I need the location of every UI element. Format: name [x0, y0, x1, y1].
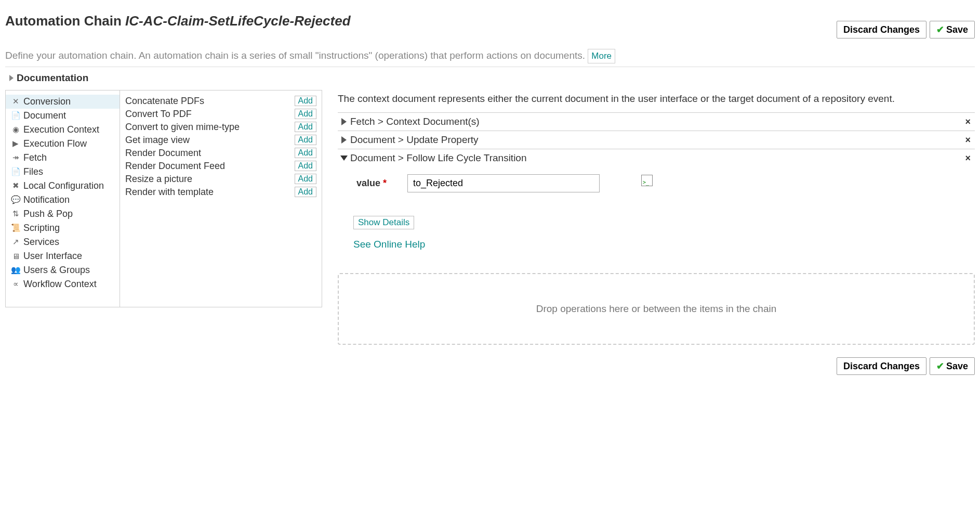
documentation-toggle[interactable]: Documentation: [9, 72, 975, 84]
category-label: Execution Context: [23, 124, 99, 135]
triangle-right-icon: [9, 75, 14, 81]
operation-row: Render DocumentAdd: [125, 147, 316, 160]
add-button[interactable]: Add: [295, 161, 316, 171]
remove-step-icon[interactable]: ×: [961, 135, 975, 146]
add-button[interactable]: Add: [295, 174, 316, 184]
drop-zone[interactable]: Drop operations here or between the item…: [338, 273, 975, 345]
operation-label[interactable]: Render Document Feed: [125, 161, 225, 172]
operation-label[interactable]: Get image view: [125, 135, 190, 146]
category-item[interactable]: 📜Scripting: [6, 221, 120, 235]
add-button[interactable]: Add: [295, 96, 316, 106]
operation-row: Convert to given mime-typeAdd: [125, 121, 316, 134]
operation-row: Resize a pictureAdd: [125, 173, 316, 186]
title-prefix: Automation Chain: [5, 13, 125, 29]
operations-browser: ✕Conversion📄Document◉Execution Context▶E…: [5, 90, 322, 307]
context-description: The context document represents either t…: [338, 92, 975, 106]
category-label: Push & Pop: [23, 209, 73, 219]
category-icon: 📜: [11, 223, 20, 232]
show-details-button[interactable]: Show Details: [353, 216, 414, 229]
save-label: Save: [946, 24, 968, 35]
add-button[interactable]: Add: [295, 122, 316, 132]
add-button[interactable]: Add: [295, 109, 316, 119]
category-label: Services: [23, 237, 59, 248]
category-item[interactable]: 💬Notification: [6, 193, 120, 207]
chain-step-header[interactable]: Document > Update Property×: [338, 134, 975, 146]
arrow-right-icon: [341, 136, 347, 144]
chain-step-body: value *>_Show DetailsSee Online Help: [338, 164, 975, 255]
operation-list: Concatenate PDFsAddConvert To PDFAddConv…: [120, 90, 322, 307]
category-list: ✕Conversion📄Document◉Execution Context▶E…: [6, 90, 120, 307]
remove-step-icon[interactable]: ×: [961, 116, 975, 127]
category-icon: 📄: [11, 111, 20, 120]
operation-label[interactable]: Render with template: [125, 187, 214, 198]
category-label: Local Configuration: [23, 180, 104, 191]
category-icon: 🖥: [11, 252, 20, 261]
category-item[interactable]: 👥Users & Groups: [6, 263, 120, 277]
category-icon: ↠: [11, 153, 20, 162]
category-label: Fetch: [23, 152, 47, 163]
category-icon: 👥: [11, 265, 20, 275]
more-link[interactable]: More: [588, 49, 615, 63]
chain-name: IC-AC-Claim-SetLifeCycle-Rejected: [125, 13, 350, 29]
category-label: Execution Flow: [23, 138, 87, 149]
category-icon: ↗: [11, 237, 20, 247]
add-button[interactable]: Add: [295, 135, 316, 145]
discard-button-bottom[interactable]: Discard Changes: [837, 357, 926, 375]
operation-label[interactable]: Render Document: [125, 148, 201, 159]
category-label: Users & Groups: [23, 265, 90, 276]
save-button-bottom[interactable]: ✔ Save: [930, 357, 975, 375]
category-icon: 💬: [11, 195, 20, 204]
add-button[interactable]: Add: [295, 187, 316, 197]
category-item[interactable]: ◉Execution Context: [6, 123, 120, 137]
operation-label[interactable]: Convert to given mime-type: [125, 122, 240, 133]
save-label-bottom: Save: [946, 361, 968, 372]
operation-row: Convert To PDFAdd: [125, 108, 316, 121]
category-item[interactable]: ✖Local Configuration: [6, 179, 120, 193]
check-icon: ✔: [936, 24, 944, 35]
category-item[interactable]: 🖥User Interface: [6, 249, 120, 263]
arrow-down-icon: [340, 156, 348, 161]
check-icon: ✔: [936, 360, 944, 372]
category-icon: ▶: [11, 139, 20, 148]
category-item[interactable]: ∝Workflow Context: [6, 277, 120, 291]
category-icon: 📄: [11, 167, 20, 176]
chain-step: Document > Update Property×: [338, 131, 975, 149]
category-label: Files: [23, 166, 43, 177]
category-item[interactable]: 📄Files: [6, 165, 120, 179]
operation-label[interactable]: Concatenate PDFs: [125, 96, 204, 107]
page-title: Automation Chain IC-AC-Claim-SetLifeCycl…: [5, 13, 351, 29]
chain-step-header[interactable]: Document > Follow Life Cycle Transition×: [338, 152, 975, 164]
category-item[interactable]: ▶Execution Flow: [6, 137, 120, 151]
operation-label[interactable]: Resize a picture: [125, 174, 192, 185]
chain-step-title: Fetch > Context Document(s): [350, 116, 961, 127]
documentation-label: Documentation: [17, 72, 88, 84]
category-label: Conversion: [23, 96, 71, 107]
chain-step-header[interactable]: Fetch > Context Document(s)×: [338, 116, 975, 127]
category-item[interactable]: ↗Services: [6, 235, 120, 249]
category-item[interactable]: ✕Conversion: [6, 95, 120, 109]
category-label: Notification: [23, 195, 70, 205]
online-help-link[interactable]: See Online Help: [353, 239, 975, 250]
chain-step: Document > Follow Life Cycle Transition×…: [338, 149, 975, 258]
expression-icon[interactable]: >_: [641, 175, 653, 186]
category-label: Workflow Context: [23, 279, 97, 290]
save-button[interactable]: ✔ Save: [930, 21, 975, 38]
operation-row: Concatenate PDFsAdd: [125, 95, 316, 108]
category-icon: ◉: [11, 125, 20, 134]
category-label: Document: [23, 110, 66, 121]
category-label: Scripting: [23, 223, 60, 234]
operation-label[interactable]: Convert To PDF: [125, 109, 192, 120]
category-label: User Interface: [23, 251, 82, 262]
category-item[interactable]: 📄Document: [6, 109, 120, 123]
category-item[interactable]: ↠Fetch: [6, 151, 120, 165]
arrow-right-icon: [341, 118, 347, 125]
chain-step-title: Document > Follow Life Cycle Transition: [350, 152, 961, 164]
discard-button[interactable]: Discard Changes: [837, 21, 926, 38]
remove-step-icon[interactable]: ×: [961, 153, 975, 164]
param-value-input[interactable]: [407, 174, 600, 192]
add-button[interactable]: Add: [295, 148, 316, 158]
category-icon: ✕: [11, 97, 20, 106]
chain-step-title: Document > Update Property: [350, 134, 961, 146]
category-item[interactable]: ⇅Push & Pop: [6, 207, 120, 221]
chain-step: Fetch > Context Document(s)×: [338, 112, 975, 131]
